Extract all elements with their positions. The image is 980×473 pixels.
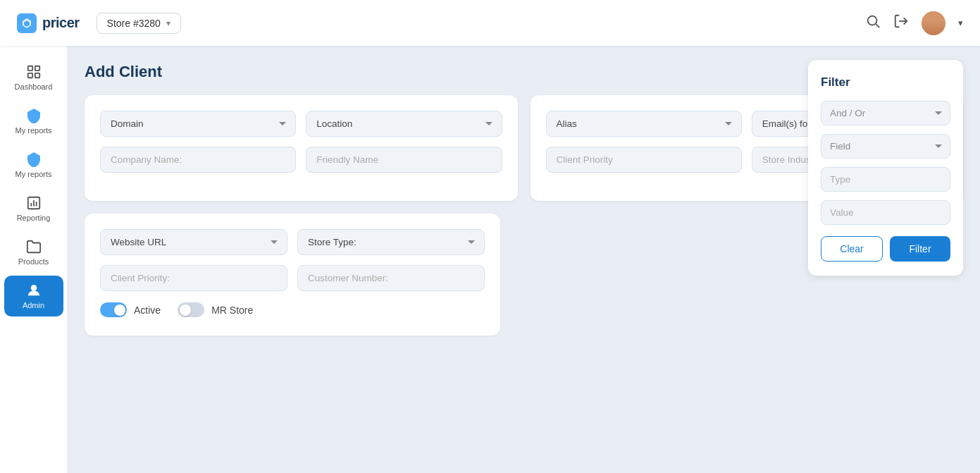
filter-value-input[interactable] xyxy=(821,200,950,225)
filter-and-or-select[interactable]: And / Or xyxy=(821,101,950,125)
store-selector-chevron: ▾ xyxy=(166,18,170,28)
sidebar-item-reporting[interactable]: Reporting xyxy=(4,188,63,229)
filter-buttons: Clear Filter xyxy=(821,236,950,262)
filter-type-input[interactable] xyxy=(821,167,950,192)
form-row-website-storetype: Website URL Store Type: xyxy=(100,229,485,255)
card-store-info: Website URL Store Type: Active xyxy=(85,214,500,336)
mr-store-label: MR Store xyxy=(211,305,253,316)
company-name-input[interactable] xyxy=(100,147,296,173)
search-icon[interactable] xyxy=(865,13,881,32)
shield-icon-2 xyxy=(26,152,42,167)
store-selector-label: Store #3280 xyxy=(107,18,161,29)
active-label: Active xyxy=(134,305,161,316)
customer-number-field[interactable] xyxy=(297,265,485,291)
main-content: Add Client Domain Location xyxy=(68,46,980,473)
client-priority-field[interactable] xyxy=(100,265,287,291)
filter-field-select[interactable]: Field xyxy=(821,134,950,159)
client-priority-input[interactable] xyxy=(546,147,742,173)
mr-store-toggle-thumb xyxy=(180,305,191,316)
sidebar-label-reporting: Reporting xyxy=(17,214,51,222)
svg-line-1 xyxy=(876,24,879,27)
shield-icon-1 xyxy=(26,108,42,123)
friendly-name-input[interactable] xyxy=(306,147,502,173)
sidebar-label-my-reports-2: My reports xyxy=(15,170,52,178)
form-row-names xyxy=(100,147,502,173)
card-basic-info: Domain Location xyxy=(85,95,518,201)
topbar-right: ▾ xyxy=(865,11,963,35)
layout: Dashboard My reports My reports Reportin… xyxy=(0,46,980,473)
sidebar-item-admin[interactable]: Admin xyxy=(4,276,63,317)
folder-icon xyxy=(26,239,42,254)
active-toggle-item: Active xyxy=(100,302,161,317)
logout-icon[interactable] xyxy=(893,13,909,32)
svg-rect-5 xyxy=(27,73,32,78)
sidebar-item-products[interactable]: Products xyxy=(4,232,63,273)
dashboard-icon xyxy=(26,64,42,80)
domain-select[interactable]: Domain xyxy=(100,111,296,137)
logo-text: pricer xyxy=(42,15,80,31)
filter-title: Filter xyxy=(821,75,950,90)
filter-and-or-field: And / Or xyxy=(821,101,950,125)
sidebar-label-my-reports-1: My reports xyxy=(15,126,52,135)
filter-panel: Filter And / Or Field Clear Filter xyxy=(808,60,963,276)
svg-rect-6 xyxy=(35,73,39,78)
store-selector[interactable]: Store #3280 ▾ xyxy=(97,13,181,34)
store-type-select[interactable]: Store Type: xyxy=(297,229,485,255)
avatar-chevron: ▾ xyxy=(958,18,963,28)
mr-store-toggle-item: MR Store xyxy=(178,302,253,317)
person-icon xyxy=(26,283,42,298)
avatar[interactable] xyxy=(922,11,945,35)
toggle-row: Active MR Store xyxy=(100,302,485,317)
location-select[interactable]: Location xyxy=(306,111,502,137)
active-toggle-thumb xyxy=(114,305,125,316)
sidebar-item-my-reports-2[interactable]: My reports xyxy=(4,145,63,185)
form-row-client-customer xyxy=(100,265,485,291)
sidebar-label-admin: Admin xyxy=(23,301,44,309)
filter-button[interactable]: Filter xyxy=(890,236,950,262)
form-row-domain-location: Domain Location xyxy=(100,111,502,137)
sidebar-item-my-reports-1[interactable]: My reports xyxy=(4,101,63,142)
logo-icon xyxy=(17,13,37,33)
sidebar: Dashboard My reports My reports Reportin… xyxy=(0,46,68,473)
filter-type-field xyxy=(821,167,950,192)
active-toggle[interactable] xyxy=(100,302,127,317)
logo-area: pricer xyxy=(17,13,80,33)
svg-rect-4 xyxy=(35,66,39,70)
topbar: pricer Store #3280 ▾ ▾ xyxy=(0,0,980,46)
svg-point-0 xyxy=(868,16,877,25)
reporting-icon xyxy=(26,195,42,211)
avatar-face xyxy=(922,11,945,35)
filter-value-field xyxy=(821,200,950,225)
mr-store-toggle[interactable] xyxy=(178,302,204,317)
sidebar-label-dashboard: Dashboard xyxy=(15,82,53,91)
sidebar-label-products: Products xyxy=(18,257,49,266)
svg-point-11 xyxy=(31,285,36,290)
filter-field-field: Field xyxy=(821,134,950,159)
svg-rect-3 xyxy=(27,66,32,70)
clear-button[interactable]: Clear xyxy=(821,236,883,262)
sidebar-item-dashboard[interactable]: Dashboard xyxy=(4,57,63,98)
alias-select[interactable]: Alias xyxy=(546,111,742,137)
website-url-select[interactable]: Website URL xyxy=(100,229,287,255)
